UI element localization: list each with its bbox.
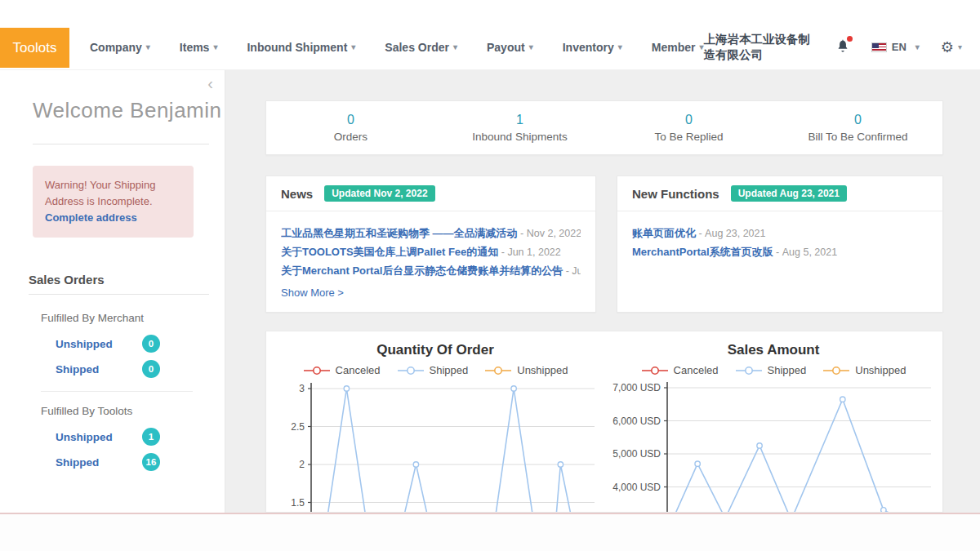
stat-block: 1 Inbound Shipments — [435, 113, 604, 143]
language-label: EN — [892, 41, 906, 53]
stat-value[interactable]: 0 — [773, 113, 942, 127]
new-function-date: - Aug 23, 2021 — [696, 228, 765, 239]
svg-text:2: 2 — [299, 459, 305, 470]
news-date: - Nov 2, 2022 — [518, 228, 581, 239]
new-functions-updated-badge: Updated Aug 23, 2021 — [731, 185, 847, 202]
settings-button[interactable]: ⚙ ▾ — [941, 38, 962, 56]
sales-order-link[interactable]: Unshipped — [56, 431, 113, 443]
count-badge: 0 — [142, 335, 160, 353]
sidebar-collapse-button[interactable]: ‹ — [207, 75, 213, 91]
divider — [29, 294, 209, 295]
nav-item[interactable]: Inventory ▾ — [563, 41, 622, 54]
new-functions-panel: New Functions Updated Aug 23, 2021 账单页面优… — [617, 176, 943, 313]
sales-order-link[interactable]: Shipped — [56, 456, 99, 469]
nav-item-label: Sales Order — [385, 41, 449, 54]
legend-item[interactable]: Unshipped — [484, 364, 568, 376]
stat-value[interactable]: 0 — [266, 113, 435, 127]
chart-legend: CanceledShippedUnshipped — [266, 364, 604, 376]
sales-orders-group: Fulfilled By Merchant Unshipped 0 Shippe… — [41, 312, 193, 378]
legend-label: Unshipped — [517, 364, 568, 376]
chevron-left-icon: ‹ — [207, 74, 213, 92]
news-title: News — [281, 187, 313, 201]
divider — [33, 144, 209, 144]
chart-title: Sales Amount — [604, 342, 942, 358]
legend-marker-icon — [641, 366, 669, 375]
nav-item[interactable]: Company ▾ — [90, 41, 150, 54]
news-item: 关于TOOLOTS美国仓库上调Pallet Fee的通知 - Jun 1, 20… — [281, 242, 581, 261]
brand-logo[interactable]: Toolots — [0, 28, 69, 68]
stat-block: 0 Orders — [266, 113, 435, 143]
legend-label: Canceled — [336, 364, 381, 376]
new-function-item: 账单页面优化 - Aug 23, 2021 — [632, 224, 928, 242]
nav-item-label: Inbound Shipment — [247, 41, 347, 54]
sales-order-row: Unshipped 1 — [56, 428, 160, 446]
nav-item-label: Payout — [487, 41, 525, 54]
news-date: - Jun 1, 2022 — [563, 265, 581, 277]
stat-block: 0 To Be Replied — [604, 113, 773, 143]
us-flag-icon — [871, 42, 887, 52]
news-panel-header: News Updated Nov 2, 2022 — [266, 176, 595, 211]
sales-order-row: Shipped 0 — [56, 360, 160, 378]
stat-label: To Be Replied — [604, 131, 773, 143]
new-function-link[interactable]: 账单页面优化 — [632, 227, 696, 239]
notifications-button[interactable] — [835, 38, 850, 56]
charts-card: Quantity Of Order CanceledShippedUnshipp… — [265, 331, 943, 513]
news-link[interactable]: 关于Merchant Portal后台显示静态仓储费账单并结算的公告 — [281, 264, 563, 277]
nav-item[interactable]: Inbound Shipment ▾ — [247, 41, 355, 54]
show-more-link[interactable]: Show More > — [281, 287, 344, 299]
legend-marker-icon — [822, 366, 850, 375]
sales-order-row: Unshipped 0 — [56, 335, 160, 353]
legend-item[interactable]: Unshipped — [822, 364, 906, 376]
chevron-down-icon: ▾ — [213, 42, 217, 51]
shipping-warning-alert: Warning! Your Shipping Address is Incomp… — [33, 166, 194, 238]
svg-text:2.5: 2.5 — [291, 421, 305, 433]
nav-item-label: Company — [90, 41, 142, 54]
new-functions-items: 账单页面优化 - Aug 23, 2021 MerchantPortal系统首页… — [632, 224, 928, 261]
chevron-down-icon: ▾ — [618, 42, 622, 51]
new-functions-header: New Functions Updated Aug 23, 2021 — [617, 176, 942, 211]
bottom-strip — [0, 514, 980, 551]
count-badge: 16 — [142, 453, 160, 471]
news-link[interactable]: 工业品黑色星期五和圣诞购物季 ——全品满减活动 — [281, 227, 518, 239]
welcome-heading: Welcome Benjamin — [33, 98, 222, 123]
group-title: Fulfilled By Merchant — [41, 312, 193, 324]
nav-item[interactable]: Sales Order ▾ — [385, 41, 457, 54]
sales-order-link[interactable]: Unshipped — [56, 338, 113, 350]
complete-address-link[interactable]: Complete address — [45, 210, 137, 226]
nav-item[interactable]: Member ▾ — [652, 41, 704, 54]
chart-legend: CanceledShippedUnshipped — [604, 364, 942, 376]
group-items: Unshipped 1 Shipped 16 — [41, 428, 193, 471]
news-item: 关于Merchant Portal后台显示静态仓储费账单并结算的公告 - Jun… — [281, 261, 581, 280]
warning-text: Warning! Your Shipping Address is Incomp… — [45, 179, 155, 207]
new-function-link[interactable]: MerchantPortal系统首页改版 — [632, 246, 773, 258]
new-function-date: - Aug 5, 2021 — [773, 247, 838, 258]
nav-item[interactable]: Items ▾ — [180, 41, 218, 54]
stats-summary-card: 0 Orders 1 Inbound Shipments 0 To Be Rep… — [265, 100, 943, 155]
legend-item[interactable]: Canceled — [303, 364, 381, 376]
line-chart-plot: 32.521.5 — [266, 381, 604, 513]
news-list: 工业品黑色星期五和圣诞购物季 ——全品满减活动 - Nov 2, 2022 关于… — [266, 211, 595, 300]
stat-label: Orders — [266, 131, 435, 143]
chevron-down-icon: ▾ — [351, 42, 355, 51]
news-link[interactable]: 关于TOOLOTS美国仓库上调Pallet Fee的通知 — [281, 246, 498, 258]
sales-order-link[interactable]: Shipped — [56, 363, 99, 375]
legend-marker-icon — [484, 366, 512, 375]
sidebar: ‹ Welcome Benjamin Warning! Your Shippin… — [0, 70, 225, 513]
stat-value[interactable]: 0 — [604, 113, 773, 127]
nav-item[interactable]: Payout ▾ — [487, 41, 533, 54]
line-chart-plot: 7,000 USD6,000 USD5,000 USD4,000 USD — [604, 381, 942, 513]
legend-item[interactable]: Canceled — [641, 364, 719, 376]
nav-item-label: Items — [180, 41, 210, 54]
news-panel: News Updated Nov 2, 2022 工业品黑色星期五和圣诞购物季 … — [265, 176, 596, 313]
new-functions-title: New Functions — [632, 187, 719, 201]
legend-item[interactable]: Shipped — [397, 364, 469, 376]
svg-text:7,000 USD: 7,000 USD — [612, 382, 661, 393]
legend-item[interactable]: Shipped — [735, 364, 807, 376]
news-items: 工业品黑色星期五和圣诞购物季 ——全品满减活动 - Nov 2, 2022 关于… — [281, 224, 581, 280]
sales-orders-heading: Sales Orders — [29, 273, 105, 287]
news-date: - Jun 1, 2022 — [498, 247, 560, 258]
chevron-down-icon: ▾ — [146, 42, 150, 51]
top-nav: Toolots Company ▾ Items ▾ Inbound Shipme… — [0, 24, 980, 70]
language-selector[interactable]: EN ▾ — [871, 41, 920, 53]
stat-value[interactable]: 1 — [435, 113, 604, 127]
